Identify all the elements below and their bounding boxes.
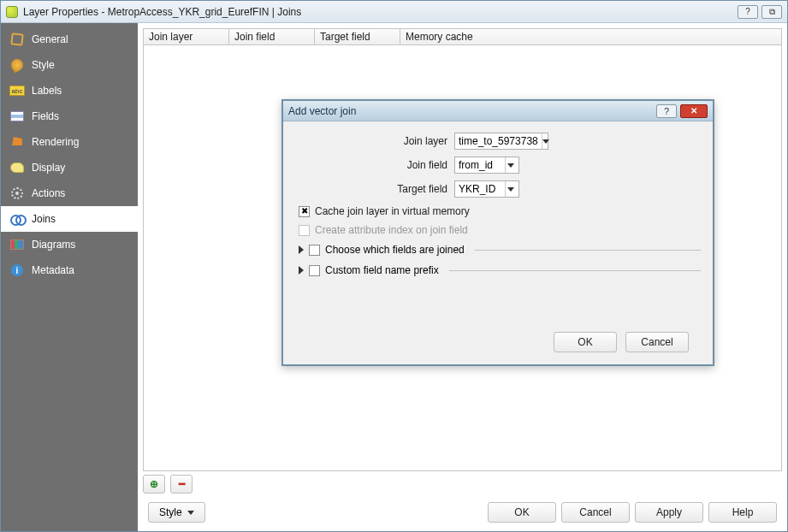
- modal-title: Add vector join: [288, 105, 656, 117]
- minus-icon: ━: [179, 478, 185, 490]
- sidebar-item-general[interactable]: General: [1, 27, 138, 52]
- plus-icon: ⊕: [150, 478, 158, 490]
- joins-toolbar: ⊕ ━: [143, 471, 782, 499]
- modal-help-button[interactable]: ?: [656, 104, 677, 118]
- modal-titlebar: Add vector join ? ✕: [283, 101, 713, 121]
- index-checkbox: [299, 225, 310, 236]
- cancel-button[interactable]: Cancel: [561, 502, 630, 523]
- join-layer-label: Join layer: [295, 135, 454, 147]
- sidebar-item-labels[interactable]: abc Labels: [1, 78, 138, 103]
- add-vector-join-dialog: Add vector join ? ✕ Join layer time_to_5…: [281, 99, 714, 366]
- sidebar-item-rendering[interactable]: Rendering: [1, 129, 138, 155]
- sidebar-item-label: Actions: [32, 187, 65, 199]
- index-checkbox-row: Create attribute index on join field: [295, 221, 701, 239]
- choose-fields-expander[interactable]: Choose which fields are joined: [295, 239, 701, 260]
- col-memory-cache[interactable]: Memory cache: [400, 29, 781, 44]
- join-field-label: Join field: [295, 159, 454, 171]
- sidebar-item-metadata[interactable]: i Metadata: [1, 257, 138, 283]
- help-button[interactable]: Help: [708, 502, 777, 523]
- cache-checkbox-row[interactable]: Cache join layer in virtual memory: [295, 202, 701, 221]
- join-field-row: Join field from_id: [295, 154, 701, 176]
- col-join-layer[interactable]: Join layer: [144, 29, 229, 44]
- target-field-row: Target field YKR_ID: [295, 178, 701, 200]
- window-buttons: ? ⧉: [738, 5, 782, 19]
- metadata-icon: i: [9, 263, 25, 277]
- style-menu-label: Style: [159, 506, 182, 518]
- modal-close-button[interactable]: ✕: [680, 104, 708, 118]
- choose-fields-label: Choose which fields are joined: [325, 244, 465, 256]
- chevron-down-icon: [542, 133, 549, 149]
- rendering-icon: [9, 135, 25, 149]
- sidebar-item-fields[interactable]: Fields: [1, 103, 138, 129]
- joins-table-header: Join layer Join field Target field Memor…: [143, 28, 782, 45]
- sidebar-item-label: General: [32, 33, 68, 45]
- divider: [449, 270, 701, 271]
- display-icon: [9, 161, 25, 174]
- chevron-down-icon: [505, 157, 515, 173]
- style-icon: [9, 58, 25, 72]
- window-title: Layer Properties - MetropAccess_YKR_grid…: [23, 6, 738, 18]
- sidebar-item-label: Display: [32, 162, 65, 174]
- expand-icon: [299, 266, 304, 275]
- prefix-label: Custom field name prefix: [325, 264, 439, 276]
- labels-icon: abc: [9, 84, 25, 98]
- sidebar-item-label: Metadata: [32, 264, 74, 276]
- sidebar-item-actions[interactable]: Actions: [1, 180, 138, 206]
- diagrams-icon: [9, 238, 25, 251]
- chevron-down-icon: [187, 511, 194, 515]
- join-field-select[interactable]: from_id: [454, 157, 519, 174]
- dialog-footer: Style OK Cancel Apply Help: [143, 499, 782, 526]
- fields-icon: [9, 109, 25, 123]
- sidebar-item-label: Fields: [32, 110, 59, 122]
- cache-checkbox-label: Cache join layer in virtual memory: [315, 205, 470, 217]
- titlebar-close-button[interactable]: ⧉: [761, 5, 782, 19]
- sidebar: General Style abc Labels Fields Renderin…: [1, 23, 138, 531]
- add-join-button[interactable]: ⊕: [143, 475, 165, 494]
- joins-icon: [9, 212, 25, 226]
- cache-checkbox[interactable]: [299, 206, 310, 217]
- actions-icon: [9, 186, 25, 200]
- choose-fields-checkbox[interactable]: [309, 245, 320, 256]
- sidebar-item-label: Labels: [32, 85, 62, 97]
- target-field-label: Target field: [295, 183, 454, 195]
- join-field-value: from_id: [459, 159, 505, 171]
- sidebar-item-diagrams[interactable]: Diagrams: [1, 232, 138, 257]
- sidebar-item-label: Diagrams: [32, 239, 75, 251]
- target-field-value: YKR_ID: [459, 183, 505, 195]
- target-field-select[interactable]: YKR_ID: [454, 180, 519, 198]
- join-layer-value: time_to_5973738: [459, 135, 542, 147]
- modal-ok-button[interactable]: OK: [554, 332, 617, 352]
- qgis-icon: [6, 6, 18, 18]
- general-icon: [9, 33, 25, 46]
- sidebar-item-style[interactable]: Style: [1, 52, 138, 78]
- sidebar-item-label: Style: [32, 59, 55, 71]
- join-layer-row: Join layer time_to_5973738: [295, 130, 701, 152]
- sidebar-item-joins[interactable]: Joins: [1, 206, 138, 232]
- modal-body: Join layer time_to_5973738 Join field fr…: [283, 121, 713, 356]
- modal-cancel-button[interactable]: Cancel: [625, 332, 689, 352]
- style-menu-button[interactable]: Style: [148, 502, 205, 523]
- apply-button[interactable]: Apply: [635, 502, 703, 523]
- sidebar-item-display[interactable]: Display: [1, 155, 138, 180]
- modal-footer: OK Cancel: [295, 325, 701, 352]
- sidebar-item-label: Rendering: [32, 136, 79, 148]
- titlebar-help-button[interactable]: ?: [738, 5, 758, 19]
- col-join-field[interactable]: Join field: [229, 29, 315, 44]
- expand-icon: [299, 245, 304, 254]
- titlebar: Layer Properties - MetropAccess_YKR_grid…: [1, 1, 787, 23]
- remove-join-button[interactable]: ━: [170, 475, 193, 494]
- join-layer-select[interactable]: time_to_5973738: [454, 133, 548, 150]
- sidebar-item-label: Joins: [32, 213, 56, 225]
- index-checkbox-label: Create attribute index on join field: [315, 224, 468, 236]
- ok-button[interactable]: OK: [488, 502, 556, 523]
- prefix-expander[interactable]: Custom field name prefix: [295, 260, 701, 281]
- divider: [475, 250, 701, 251]
- prefix-checkbox[interactable]: [309, 265, 320, 276]
- chevron-down-icon: [505, 181, 515, 197]
- layer-properties-window: Layer Properties - MetropAccess_YKR_grid…: [0, 0, 788, 532]
- col-target-field[interactable]: Target field: [315, 29, 400, 44]
